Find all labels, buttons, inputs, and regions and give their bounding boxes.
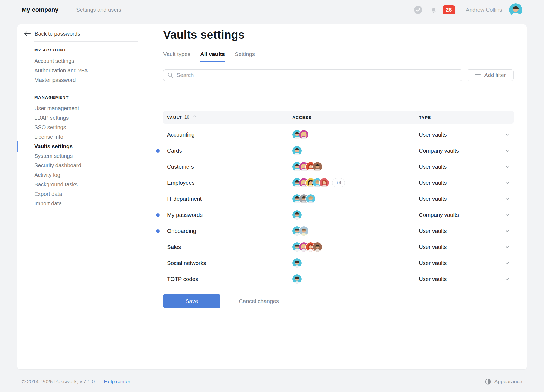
- search-input[interactable]: [176, 72, 458, 79]
- table-rows: Accounting User vaultsCards Company vaul…: [163, 127, 514, 287]
- sidebar-item-user-management[interactable]: User management: [34, 104, 138, 113]
- vault-type-select[interactable]: User vaults: [419, 228, 514, 234]
- sidebar-item-account-settings[interactable]: Account settings: [34, 56, 138, 66]
- sidebar-section-management: MANAGEMENTUser managementLDAP settingsSS…: [34, 89, 138, 208]
- half-circle-icon: [485, 378, 491, 385]
- add-filter-button[interactable]: Add filter: [467, 69, 514, 81]
- vault-name: Employees: [163, 180, 292, 186]
- vault-type-select[interactable]: Company vaults: [419, 212, 514, 218]
- sidebar-item-background-tasks[interactable]: Background tasks: [34, 180, 138, 189]
- vault-name: Cards: [163, 147, 292, 154]
- sidebar-item-master-password[interactable]: Master password: [34, 75, 138, 85]
- sidebar-item-vaults-settings[interactable]: Vaults settings: [34, 142, 138, 151]
- chevron-down-icon[interactable]: [504, 148, 510, 154]
- vault-access-cell: [292, 242, 419, 252]
- vault-type-value: Company vaults: [419, 212, 459, 218]
- avatar-rose-woman: [320, 178, 329, 187]
- vault-type-select[interactable]: User vaults: [419, 276, 514, 282]
- vault-type-select[interactable]: User vaults: [419, 180, 514, 186]
- appearance-toggle[interactable]: Appearance: [485, 378, 522, 385]
- vault-type-value: User vaults: [419, 244, 447, 250]
- user-name[interactable]: Andrew Collins: [466, 7, 502, 13]
- vault-type-select[interactable]: User vaults: [419, 244, 514, 250]
- tabs-bar: Vault types All vaults Settings: [163, 51, 514, 62]
- vault-access-cell: [292, 210, 419, 220]
- access-avatar-stack[interactable]: [292, 194, 315, 203]
- chevron-down-icon[interactable]: [504, 244, 510, 250]
- active-item-indicator: [17, 141, 18, 152]
- add-filter-label: Add filter: [484, 72, 506, 78]
- vault-name: TOTP codes: [163, 276, 292, 282]
- vault-access-cell: [292, 274, 419, 284]
- form-actions: Save Cancel changes: [163, 294, 279, 308]
- content-card: Back to passwords MY ACCOUNTAccount sett…: [17, 24, 527, 369]
- user-avatar[interactable]: [509, 3, 522, 16]
- tab-settings[interactable]: Settings: [235, 51, 255, 62]
- top-bar: My company Settings and users 26 Andrew …: [0, 0, 544, 20]
- access-avatar-stack[interactable]: [292, 210, 302, 220]
- chevron-down-icon[interactable]: [504, 212, 510, 218]
- avatar-pink-woman: [299, 130, 308, 139]
- topbar-section-label: Settings and users: [76, 7, 121, 13]
- chevron-down-icon[interactable]: [504, 132, 510, 138]
- chevron-down-icon[interactable]: [504, 276, 510, 282]
- filter-icon: [475, 72, 481, 78]
- access-avatar-stack[interactable]: [292, 258, 302, 268]
- notification-count-badge[interactable]: 26: [443, 5, 455, 14]
- vault-type-select[interactable]: User vaults: [419, 163, 514, 170]
- sidebar-item-system-settings[interactable]: System settings: [34, 151, 138, 161]
- tab-vault-types[interactable]: Vault types: [163, 51, 190, 62]
- sidebar-item-export-data[interactable]: Export data: [34, 189, 138, 199]
- cancel-changes-link[interactable]: Cancel changes: [239, 298, 279, 304]
- sidebar-item-sso-settings[interactable]: SSO settings: [34, 123, 138, 132]
- bell-icon[interactable]: [429, 5, 439, 15]
- vault-type-select[interactable]: User vaults: [419, 260, 514, 266]
- check-circle-icon[interactable]: [414, 5, 422, 14]
- sidebar-item-security-dashboard[interactable]: Security dashboard: [34, 161, 138, 170]
- table-row-it-department: IT department User vaults: [163, 191, 514, 207]
- access-avatar-stack[interactable]: [292, 274, 302, 284]
- help-center-link[interactable]: Help center: [104, 379, 130, 385]
- main-panel: Vaults settings Vault types All vaults S…: [145, 24, 527, 369]
- access-avatar-stack[interactable]: [292, 242, 322, 252]
- save-button[interactable]: Save: [163, 294, 220, 308]
- avatar-blue-man: [306, 194, 315, 203]
- chevron-down-icon[interactable]: [504, 228, 510, 234]
- column-vault-label: VAULT: [167, 115, 182, 120]
- vault-count: 10: [184, 115, 190, 120]
- chevron-down-icon[interactable]: [504, 260, 510, 266]
- table-row-sales: Sales User vaults: [163, 239, 514, 255]
- table-row-cards: Cards Company vaults: [163, 143, 514, 159]
- vault-access-cell: [292, 162, 419, 171]
- column-vault[interactable]: VAULT 10: [163, 115, 292, 120]
- table-row-social-networks: Social networks User vaults: [163, 255, 514, 271]
- more-users-chip[interactable]: +4: [332, 178, 345, 187]
- chevron-down-icon[interactable]: [504, 164, 510, 170]
- access-avatar-stack[interactable]: [292, 130, 308, 139]
- sidebar-item-license-info[interactable]: License info: [34, 132, 138, 142]
- unsaved-change-dot: [156, 229, 160, 233]
- vault-type-select[interactable]: User vaults: [419, 196, 514, 202]
- column-access: ACCESS: [292, 115, 419, 120]
- sort-arrow-up-icon[interactable]: [192, 115, 196, 120]
- access-avatar-stack[interactable]: [292, 146, 302, 155]
- sidebar-item-ldap-settings[interactable]: LDAP settings: [34, 113, 138, 123]
- vault-type-select[interactable]: User vaults: [419, 131, 514, 138]
- vault-type-value: User vaults: [419, 276, 447, 282]
- vault-access-cell: [292, 194, 419, 203]
- sidebar-item-activity-log[interactable]: Activity log: [34, 170, 138, 180]
- avatar-teal-man: [292, 274, 302, 284]
- chevron-down-icon[interactable]: [504, 180, 510, 186]
- access-avatar-stack[interactable]: [292, 226, 308, 236]
- avatar-teal-man: [292, 258, 302, 268]
- access-avatar-stack[interactable]: [292, 178, 329, 187]
- sidebar-item-authorization-and-2fa[interactable]: Authorization and 2FA: [34, 66, 138, 75]
- chevron-down-icon[interactable]: [504, 196, 510, 202]
- back-to-passwords-link[interactable]: Back to passwords: [24, 30, 145, 38]
- tab-all-vaults[interactable]: All vaults: [200, 51, 225, 62]
- access-avatar-stack[interactable]: [292, 162, 322, 171]
- vault-type-select[interactable]: Company vaults: [419, 147, 514, 154]
- sidebar-item-import-data[interactable]: Import data: [34, 199, 138, 208]
- page-footer: © 2014–2025 Passwork, v.7.1.0 Help cente…: [22, 375, 522, 388]
- page-title: Vaults settings: [163, 28, 245, 41]
